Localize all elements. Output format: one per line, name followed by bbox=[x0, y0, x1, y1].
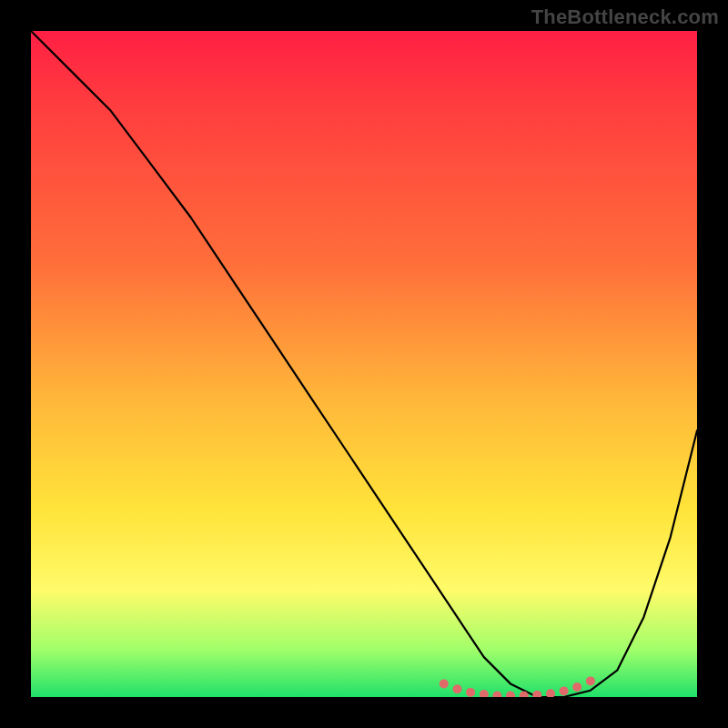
marker-dot bbox=[480, 690, 489, 697]
marker-dot bbox=[492, 692, 501, 698]
optimal-range-markers bbox=[440, 676, 595, 697]
marker-dot bbox=[466, 688, 475, 697]
curve-svg bbox=[31, 31, 697, 697]
marker-dot bbox=[520, 692, 529, 698]
marker-dot bbox=[532, 691, 541, 697]
marker-dot bbox=[440, 679, 449, 688]
bottleneck-curve bbox=[31, 31, 697, 697]
marker-dot bbox=[586, 676, 595, 685]
chart-frame: TheBottleneck.com bbox=[0, 0, 728, 728]
marker-dot bbox=[546, 689, 555, 697]
watermark-text: TheBottleneck.com bbox=[531, 5, 719, 29]
marker-dot bbox=[506, 692, 515, 698]
marker-dot bbox=[453, 684, 462, 693]
marker-dot bbox=[560, 686, 569, 695]
plot-area bbox=[31, 31, 697, 697]
marker-dot bbox=[572, 682, 581, 692]
